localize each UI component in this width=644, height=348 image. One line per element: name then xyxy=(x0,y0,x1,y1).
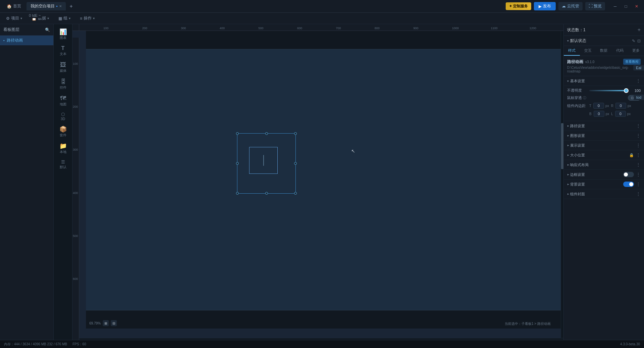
copy-icon[interactable]: ⊡ xyxy=(637,39,641,43)
padding-T-input[interactable] xyxy=(593,103,604,109)
toolbar-project[interactable]: ⚙ 项目 ▾ xyxy=(4,14,24,22)
section-responsive-more[interactable]: ⋮ xyxy=(636,162,641,167)
handle-top-right[interactable] xyxy=(294,132,297,135)
section-shape-header[interactable]: ▾ 图形设置 ⋮ xyxy=(564,131,644,141)
layer-item-roadmap[interactable]: ▪ 路径动画 xyxy=(0,36,53,45)
section-basic-header[interactable]: ▾ 基本设置 ⋮ xyxy=(564,76,644,86)
operation-icon: ≡ xyxy=(80,16,82,21)
section-path-label: 路径设置 xyxy=(570,123,585,129)
mouse-through-label: 鼠标穿透 ⓘ xyxy=(567,95,626,100)
sidebar-item-kit[interactable]: 📦 套件 xyxy=(55,124,71,140)
cursor-indicator: ↖ xyxy=(351,148,355,154)
cloud-button[interactable]: ☁ 云托管 xyxy=(558,2,582,10)
section-border-more[interactable]: ⋮ xyxy=(636,172,641,177)
handle-bottom-center[interactable] xyxy=(265,192,268,195)
sidebar-item-local[interactable]: 📁 本地 xyxy=(55,141,71,156)
tab-home[interactable]: 🏠 首页 xyxy=(3,2,25,10)
handle-middle-left[interactable] xyxy=(236,162,239,165)
tab-project[interactable]: 我的空白项目 ● ✕ xyxy=(27,2,66,10)
edit-icon[interactable]: ✎ xyxy=(632,39,635,43)
section-basic-more[interactable]: ⋮ xyxy=(636,78,641,84)
default-state-label: 默认状态 xyxy=(570,38,586,44)
canvas-scrollbar-v[interactable] xyxy=(561,31,563,338)
section-size-more[interactable]: ⋮ xyxy=(636,152,641,158)
padding-L-input[interactable] xyxy=(615,111,626,117)
section-path-more[interactable]: ⋮ xyxy=(636,123,641,129)
search-icon[interactable]: 🔍 xyxy=(45,28,50,32)
padding-inputs-2: B px L px xyxy=(589,111,641,117)
handle-top-left[interactable] xyxy=(236,132,239,135)
section-border-right: ⋮ xyxy=(623,172,641,177)
section-cover-title: ▾ 组件封面 xyxy=(567,192,585,197)
selected-widget[interactable] xyxy=(237,133,296,194)
close-button[interactable]: ✕ xyxy=(632,2,641,11)
custom-service-button[interactable]: ✦ 定制服务 xyxy=(506,2,531,10)
section-bg-header[interactable]: ▾ 背景设置 ⋮ xyxy=(564,180,644,189)
lock-icon[interactable]: 🔒 xyxy=(629,153,634,157)
sidebar-item-control[interactable]: 🎛 控件 xyxy=(55,77,71,92)
section-responsive-title: ▾ 响应式布局 xyxy=(567,162,589,167)
toolbar-data[interactable]: 📋 数据 ▾ xyxy=(30,14,51,22)
tutorial-button[interactable]: 查看教程 xyxy=(623,59,641,65)
zoom-mode-button[interactable]: ⊟ xyxy=(111,320,117,326)
control-icon: 🎛 xyxy=(60,79,66,85)
section-size-header[interactable]: ▾ 大小位置 🔒 ⋮ xyxy=(564,150,644,160)
section-path-header[interactable]: ▾ 路径设置 ⋮ xyxy=(564,121,644,131)
padding-row-2: B px L px xyxy=(567,111,641,117)
tab-more[interactable]: 更多 xyxy=(628,46,644,56)
sidebar-item-map[interactable]: 🗺 地图 xyxy=(55,93,71,109)
section-display-header[interactable]: ▾ 展示设置 ⋮ xyxy=(564,141,644,150)
toolbar-operation[interactable]: ≡ 操作 ▾ xyxy=(78,14,97,22)
maximize-button[interactable]: □ xyxy=(621,2,631,11)
sidebar-item-chart[interactable]: 📊 图表 xyxy=(55,27,71,42)
data-icon: 📋 xyxy=(32,16,37,21)
section-cover-more[interactable]: ⋮ xyxy=(636,191,641,197)
preview-button[interactable]: ⛶ 预览 xyxy=(585,2,605,10)
section-bg-label: 背景设置 xyxy=(570,182,585,187)
section-display-more[interactable]: ⋮ xyxy=(636,143,641,148)
sidebar-item-text[interactable]: T 文本 xyxy=(55,44,71,58)
toolbar-component[interactable]: ▦ 组 ▾ xyxy=(56,14,73,22)
section-responsive-header[interactable]: ▾ 响应式布局 ⋮ xyxy=(564,160,644,170)
padding-R-input[interactable] xyxy=(615,103,626,109)
add-tab-button[interactable]: + xyxy=(67,2,75,10)
section-bg-more[interactable]: ⋮ xyxy=(636,182,641,187)
opacity-slider[interactable] xyxy=(589,90,629,91)
project-tab-dot: ● xyxy=(56,5,58,8)
sidebar-item-media[interactable]: 🖼 媒体 xyxy=(55,60,71,75)
right-panel: 状态数：1 + ▾ 默认状态 ✎ ⊡ 样式 交互 数据 代码 更多 xyxy=(563,24,644,348)
tab-interaction[interactable]: 交互 xyxy=(580,46,596,56)
handle-middle-right[interactable] xyxy=(294,162,297,165)
section-shape-more[interactable]: ⋮ xyxy=(636,133,641,138)
sidebar-item-3d[interactable]: ⬡ 3D xyxy=(55,110,71,123)
section-border-title: ▾ 边框设置 xyxy=(567,172,585,177)
handle-top-center[interactable] xyxy=(265,132,268,135)
minimize-button[interactable]: ─ xyxy=(610,2,620,11)
memory-info: 内存：444 / 3634 / 4096 MB 232 / 676 MB xyxy=(4,342,67,347)
section-border-header[interactable]: ▾ 边框设置 ⋮ xyxy=(564,170,644,180)
section-cover-header[interactable]: ▾ 组件封面 ⋮ xyxy=(564,189,644,199)
default-state-left: ▾ 默认状态 xyxy=(567,38,586,44)
section-path-chevron: ▾ xyxy=(566,125,570,127)
zoom-value[interactable]: 69.79% xyxy=(89,321,101,325)
tab-style[interactable]: 样式 xyxy=(564,46,580,56)
handle-bottom-right[interactable] xyxy=(294,192,297,195)
padding-label: 组件内边距 xyxy=(567,103,587,108)
add-state-button[interactable]: + xyxy=(638,27,641,33)
map-label: 地图 xyxy=(60,102,66,107)
padding-B-input[interactable] xyxy=(594,111,604,117)
canvas-board[interactable]: ↖ 当前选中：子看板1 > 路径动画 69.79% ⊞ ⊟ xyxy=(86,31,561,338)
kit-label: 套件 xyxy=(60,133,66,138)
fit-view-button[interactable]: ⊞ xyxy=(103,320,109,326)
handle-bottom-left[interactable] xyxy=(236,192,239,195)
bg-toggle[interactable] xyxy=(623,182,634,187)
publish-button[interactable]: ▶ 发布 xyxy=(534,2,556,10)
canvas-work-area[interactable]: ↖ xyxy=(86,49,561,310)
section-shape-chevron: ▾ xyxy=(566,135,570,137)
sidebar-item-default[interactable]: ☰ 默认 xyxy=(55,158,71,171)
3d-icon: ⬡ xyxy=(61,112,65,116)
close-tab-icon[interactable]: ✕ xyxy=(59,4,62,8)
tab-data[interactable]: 数据 xyxy=(596,46,612,56)
tab-code[interactable]: 代码 xyxy=(612,46,628,56)
border-toggle[interactable] xyxy=(623,172,634,177)
